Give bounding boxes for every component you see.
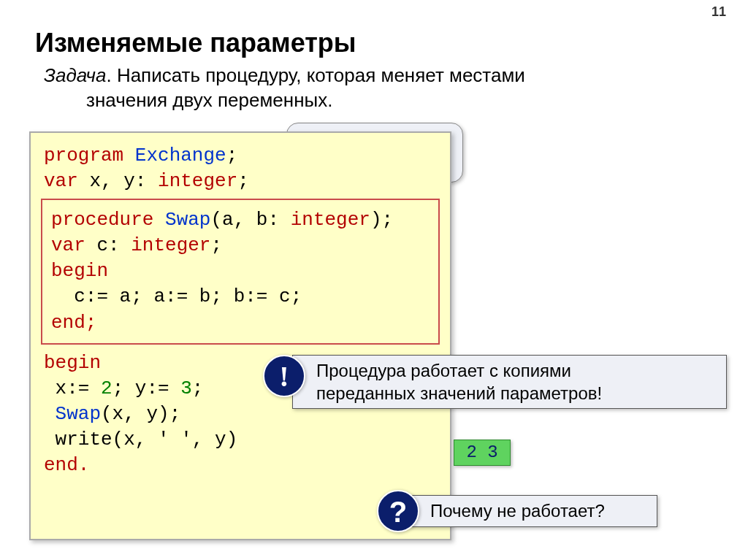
task-line-2: значения двух переменных. (86, 89, 332, 112)
txt: c:= a; a:= b; b:= c; (51, 285, 302, 307)
kw: program (44, 145, 135, 166)
code-line: program Exchange; (44, 143, 437, 169)
task-label: Задача (44, 64, 106, 86)
task-text-1: . Написать процедуру, которая меняет мес… (106, 64, 524, 86)
txt: write(x, ' ', y) (44, 429, 237, 450)
question-icon: ? (377, 490, 419, 532)
num: 2 (101, 377, 112, 399)
exclamation-icon: ! (263, 355, 305, 397)
txt: (a, b: (210, 209, 290, 231)
kw: begin (51, 260, 108, 282)
code-line: write(x, ' ', y) (44, 427, 437, 453)
code-block: program Exchange; var x, y: integer; pro… (29, 131, 451, 540)
code-line: end. (44, 453, 437, 478)
kw: end; (51, 312, 96, 334)
note-line1: Процедура работает с копиями (316, 359, 719, 382)
code-line: var c: integer; (51, 233, 430, 258)
kw: var (44, 170, 78, 192)
kw: var (51, 234, 85, 256)
ident: Swap (165, 209, 210, 231)
punct: ); (370, 209, 393, 231)
page-number: 11 (711, 4, 726, 20)
kw: end. (44, 454, 89, 476)
txt: (x, y); (101, 403, 180, 425)
kw: integer (291, 209, 370, 231)
code-line: end; (51, 310, 430, 336)
num: 3 (180, 377, 192, 399)
task-line-1: Задача. Написать процедуру, которая меня… (44, 64, 525, 87)
note-box: Процедура работает с копиями переданных … (292, 355, 727, 409)
txt: x, y: (78, 170, 158, 192)
punct: ; (226, 145, 238, 166)
kw: begin (44, 352, 101, 374)
code-line: begin (51, 258, 430, 284)
txt: ; y:= (112, 377, 181, 399)
procedure-box: procedure Swap(a, b: integer); var c: in… (41, 199, 440, 344)
kw: integer (131, 234, 210, 256)
code-line: c:= a; a:= b; b:= c; (51, 284, 430, 310)
punct: ; (192, 377, 204, 399)
note-line2: переданных значений параметров! (316, 382, 719, 404)
txt: c: (85, 234, 131, 256)
question-box: Почему не работает? (409, 495, 657, 527)
kw: procedure (51, 209, 165, 231)
kw: integer (158, 170, 237, 192)
slide-title: Изменяемые параметры (35, 28, 356, 58)
ident: Swap (44, 403, 101, 425)
punct: ; (237, 170, 249, 192)
code-line: procedure Swap(a, b: integer); (51, 207, 430, 233)
txt: x:= (44, 377, 101, 399)
punct: ; (210, 234, 222, 256)
code-line: var x, y: integer; (44, 169, 437, 194)
ident: Exchange (135, 145, 226, 166)
result-box: 2 3 (454, 440, 511, 466)
